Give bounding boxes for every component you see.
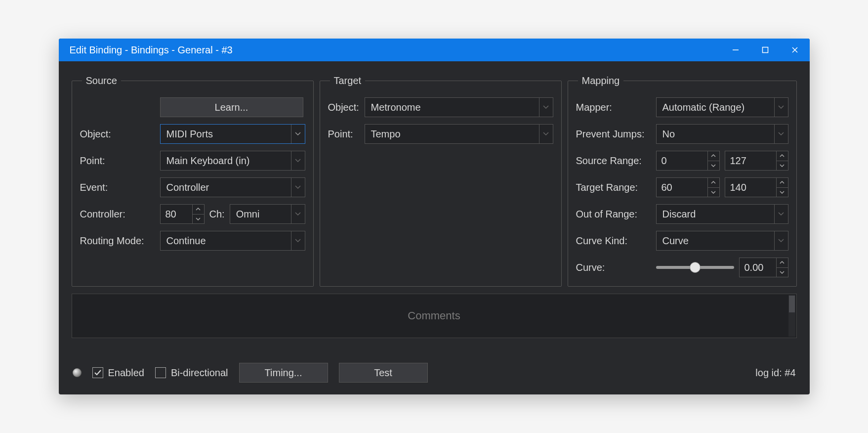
source-point-select[interactable]: Main Keyboard (in)	[160, 151, 305, 171]
chevron-down-icon	[774, 125, 788, 143]
routing-mode-select[interactable]: Continue	[160, 231, 305, 251]
controller-number-spinner[interactable]: 80	[160, 204, 205, 224]
edit-binding-window: Edit Binding - Bindings - General - #3 S…	[59, 39, 810, 394]
curve-kind-label: Curve Kind:	[576, 235, 652, 247]
source-point-label: Point:	[80, 155, 156, 167]
mapping-legend: Mapping	[578, 75, 624, 87]
close-button[interactable]	[780, 39, 810, 61]
spinner-down-icon[interactable]	[777, 188, 788, 197]
spinner-up-icon[interactable]	[708, 151, 719, 161]
source-range-label: Source Range:	[576, 155, 652, 167]
spinner-down-icon[interactable]	[708, 188, 719, 197]
prevent-jumps-select[interactable]: No	[656, 124, 788, 144]
source-range-min-spinner[interactable]: 0	[656, 151, 720, 171]
learn-button[interactable]: Learn...	[160, 97, 303, 117]
scrollbar-thumb[interactable]	[789, 296, 795, 312]
spinner-down-icon[interactable]	[708, 161, 719, 171]
source-event-label: Event:	[80, 182, 156, 193]
svg-rect-0	[762, 47, 768, 53]
log-id-label: log id: #4	[755, 367, 795, 379]
comments-textarea[interactable]: Comments	[72, 294, 797, 338]
chevron-down-icon	[291, 125, 305, 143]
spinner-up-icon[interactable]	[777, 258, 788, 268]
target-range-max-spinner[interactable]: 140	[725, 177, 788, 197]
mapper-label: Mapper:	[576, 102, 652, 113]
chevron-down-icon	[539, 98, 553, 117]
curve-kind-select[interactable]: Curve	[656, 231, 788, 251]
comments-placeholder: Comments	[408, 309, 460, 322]
prevent-jumps-label: Prevent Jumps:	[576, 129, 652, 140]
maximize-button[interactable]	[750, 39, 780, 61]
test-button[interactable]: Test	[339, 363, 428, 383]
mapper-select[interactable]: Automatic (Range)	[656, 97, 788, 117]
source-panel: Source Learn... Object: MIDI Ports Point…	[72, 75, 314, 287]
source-object-select[interactable]: MIDI Ports	[160, 124, 305, 144]
spinner-up-icon[interactable]	[193, 205, 204, 215]
target-range-min-spinner[interactable]: 60	[656, 177, 720, 197]
source-legend: Source	[82, 75, 121, 87]
curve-slider[interactable]	[656, 262, 734, 273]
minimize-icon	[732, 46, 739, 53]
mapping-panel: Mapping Mapper: Automatic (Range) Preven…	[568, 75, 797, 287]
target-point-label: Point:	[328, 129, 361, 140]
chevron-down-icon	[291, 205, 305, 223]
curve-value-spinner[interactable]: 0.00	[739, 258, 788, 277]
target-panel: Target Object: Metronome Point: Tempo	[320, 75, 562, 287]
spinner-down-icon[interactable]	[777, 268, 788, 277]
curve-label: Curve:	[576, 262, 652, 273]
source-controller-label: Controller:	[80, 209, 156, 220]
enabled-checkbox[interactable]: Enabled	[92, 367, 144, 379]
out-of-range-select[interactable]: Discard	[656, 204, 788, 224]
spinner-up-icon[interactable]	[777, 178, 788, 188]
routing-mode-label: Routing Mode:	[80, 235, 156, 247]
out-of-range-label: Out of Range:	[576, 209, 652, 220]
source-range-max-spinner[interactable]: 127	[725, 151, 788, 171]
target-range-label: Target Range:	[576, 182, 652, 193]
spinner-up-icon[interactable]	[708, 178, 719, 188]
target-object-label: Object:	[328, 102, 361, 113]
spinner-down-icon[interactable]	[193, 215, 204, 224]
chevron-down-icon	[539, 125, 553, 143]
source-object-label: Object:	[80, 129, 156, 140]
target-object-select[interactable]: Metronome	[365, 97, 553, 117]
bidirectional-checkbox[interactable]: Bi-directional	[155, 367, 228, 379]
channel-select[interactable]: Omni	[230, 204, 305, 224]
activity-led-icon	[73, 368, 82, 377]
chevron-down-icon	[291, 178, 305, 197]
spinner-up-icon[interactable]	[777, 151, 788, 161]
close-icon	[791, 46, 798, 53]
check-icon	[94, 369, 102, 376]
source-event-select[interactable]: Controller	[160, 177, 305, 197]
channel-label: Ch:	[209, 209, 225, 220]
chevron-down-icon	[774, 231, 788, 250]
chevron-down-icon	[774, 98, 788, 117]
chevron-down-icon	[774, 205, 788, 223]
chevron-down-icon	[291, 151, 305, 170]
target-legend: Target	[330, 75, 366, 87]
window-title: Edit Binding - Bindings - General - #3	[70, 44, 721, 56]
minimize-button[interactable]	[721, 39, 750, 61]
timing-button[interactable]: Timing...	[239, 363, 328, 383]
spinner-down-icon[interactable]	[777, 161, 788, 171]
maximize-icon	[762, 46, 769, 53]
titlebar: Edit Binding - Bindings - General - #3	[59, 39, 810, 61]
chevron-down-icon	[291, 231, 305, 250]
target-point-select[interactable]: Tempo	[365, 124, 553, 144]
scrollbar[interactable]	[788, 295, 795, 337]
content-area: Source Learn... Object: MIDI Ports Point…	[59, 61, 810, 394]
slider-thumb-icon[interactable]	[690, 262, 701, 273]
footer: Enabled Bi-directional Timing... Test lo…	[72, 363, 797, 386]
